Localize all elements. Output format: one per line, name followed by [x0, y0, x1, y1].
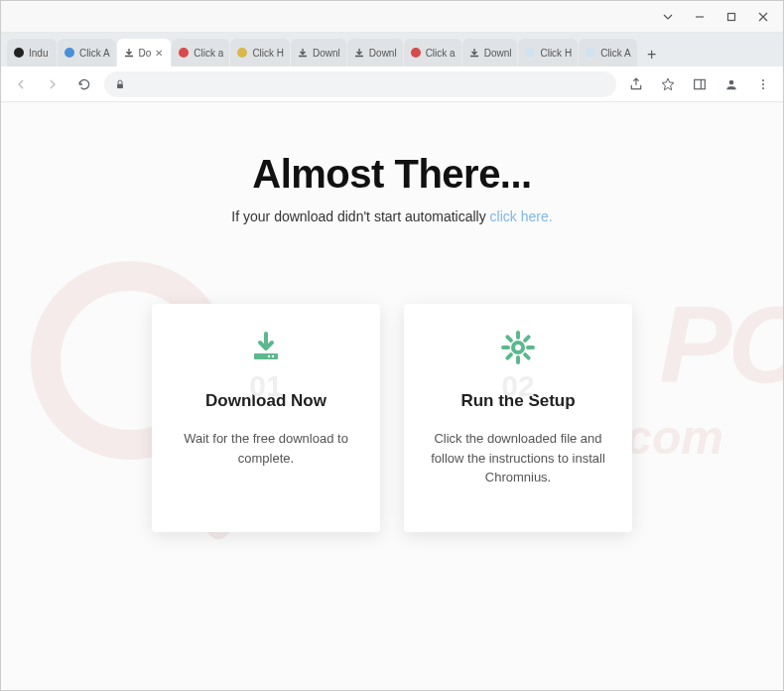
browser-tab[interactable]: Click a — [172, 39, 229, 67]
tab-label: Click A — [600, 48, 631, 59]
browser-tab[interactable]: Downl — [347, 39, 403, 67]
tab-label: Click a — [426, 48, 456, 59]
content-area: Almost There... If your download didn't … — [1, 102, 783, 532]
card-number: 01 — [249, 369, 282, 403]
close-icon[interactable]: ✕ — [155, 48, 165, 58]
tab-label: Downl — [369, 48, 397, 59]
cards-row: 01 Download Now Wait for the free downlo… — [41, 304, 743, 532]
browser-tab[interactable]: Click A — [579, 39, 637, 67]
svg-line-19 — [525, 337, 529, 341]
browser-tab[interactable]: Click H — [230, 39, 290, 67]
reload-button[interactable] — [72, 72, 96, 96]
tab-bar: InduClick ADo✕Click aClick HDownlDownlCl… — [1, 33, 783, 67]
browser-tab[interactable]: Indu — [7, 39, 57, 67]
browser-tab[interactable]: Downl — [462, 39, 518, 67]
tab-favicon — [13, 47, 25, 59]
page-subtitle: If your download didn't start automatica… — [41, 208, 743, 224]
svg-point-12 — [513, 343, 523, 352]
back-button[interactable] — [9, 72, 33, 96]
lock-icon — [114, 78, 126, 90]
tab-label: Click H — [540, 48, 572, 59]
browser-tab[interactable]: Downl — [291, 39, 346, 67]
address-bar — [1, 67, 783, 102]
tab-favicon — [353, 47, 365, 59]
tab-label: Click H — [252, 48, 284, 59]
tab-label: Do — [139, 48, 152, 59]
svg-rect-9 — [254, 353, 278, 359]
tab-label: Indu — [29, 48, 51, 59]
svg-point-10 — [272, 355, 274, 357]
tab-label: Click a — [194, 48, 223, 59]
browser-tab[interactable]: Click H — [518, 39, 578, 67]
share-button[interactable] — [624, 72, 648, 96]
svg-rect-1 — [728, 13, 735, 20]
omnibox[interactable] — [104, 71, 616, 97]
tab-favicon — [236, 47, 248, 59]
svg-point-5 — [729, 79, 734, 84]
close-button[interactable] — [747, 3, 779, 31]
browser-window: InduClick ADo✕Click aClick HDownlDownlCl… — [0, 0, 784, 691]
page-title: Almost There... — [41, 152, 743, 197]
svg-line-18 — [525, 354, 529, 358]
tab-label: Downl — [484, 48, 512, 59]
forward-button[interactable] — [41, 72, 65, 96]
tab-favicon — [468, 47, 480, 59]
browser-tab[interactable]: Click A — [58, 39, 116, 67]
tab-favicon — [524, 47, 536, 59]
click-here-link[interactable]: click here. — [490, 208, 553, 224]
svg-rect-2 — [117, 83, 123, 88]
tab-label: Downl — [313, 48, 340, 59]
svg-point-7 — [762, 83, 764, 85]
card-desc: Click the downloaded file and follow the… — [422, 429, 614, 487]
browser-tab[interactable]: Do✕ — [117, 39, 172, 67]
tab-favicon — [178, 47, 190, 59]
tab-favicon — [410, 47, 422, 59]
new-tab-button[interactable]: + — [640, 43, 664, 67]
maximize-button[interactable] — [716, 3, 747, 31]
browser-tab[interactable]: Click a — [404, 39, 461, 67]
menu-button[interactable] — [751, 72, 775, 96]
card-run-setup: 02 Run the Setup Click the downloaded fi… — [404, 304, 632, 532]
svg-point-11 — [268, 355, 270, 357]
svg-line-20 — [507, 354, 511, 358]
caret-down-button[interactable] — [652, 3, 684, 31]
tab-favicon — [297, 47, 309, 59]
profile-button[interactable] — [719, 72, 743, 96]
tab-label: Click A — [79, 48, 110, 59]
card-number: 02 — [501, 369, 534, 403]
panel-button[interactable] — [688, 72, 712, 96]
tab-favicon — [123, 47, 135, 59]
svg-rect-3 — [695, 79, 706, 88]
window-titlebar — [1, 1, 783, 33]
card-desc: Wait for the free download to complete. — [170, 429, 362, 468]
subtitle-text: If your download didn't start automatica… — [231, 208, 489, 224]
minimize-button[interactable] — [684, 3, 716, 31]
download-icon — [248, 328, 284, 367]
card-download: 01 Download Now Wait for the free downlo… — [152, 304, 380, 532]
bookmark-button[interactable] — [656, 72, 680, 96]
svg-point-6 — [762, 79, 764, 81]
svg-point-8 — [762, 87, 764, 89]
page-content: PC risk.com Almost There... If your down… — [1, 102, 783, 690]
tab-favicon — [585, 47, 596, 59]
svg-line-17 — [507, 337, 511, 341]
gear-icon — [500, 328, 536, 367]
tab-favicon — [64, 47, 75, 59]
